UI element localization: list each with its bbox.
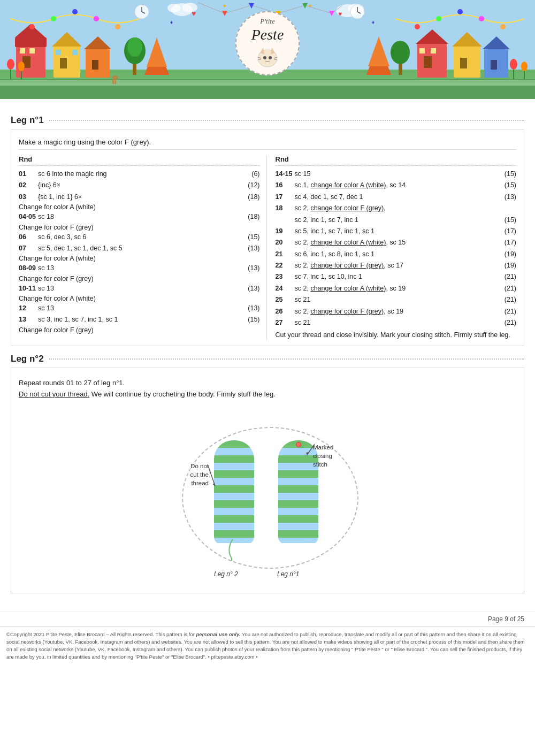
svg-point-88 xyxy=(269,56,272,59)
closing-text: Cut your thread and close invisibly. Mar… xyxy=(276,330,517,340)
row-count: (17) xyxy=(497,238,516,248)
table-row: 20 sc 2, change for color A (white), sc … xyxy=(276,238,517,248)
cat-face-icon xyxy=(255,43,280,69)
svg-rect-32 xyxy=(431,48,436,54)
leg2-pattern-box: Repeat rounds 01 to 27 of leg n°1. Do no… xyxy=(11,368,524,593)
row-number: 22 xyxy=(276,261,295,271)
svg-marker-86 xyxy=(271,48,275,54)
row-count: (13) xyxy=(497,192,516,202)
rnd-columns: Rnd 01 sc 6 into the magic ring (6) 02 {… xyxy=(19,155,516,340)
svg-point-62 xyxy=(7,59,14,70)
annotation-no-cut: Do notcut thethread xyxy=(160,462,209,487)
row-number: 20 xyxy=(276,238,295,248)
svg-point-68 xyxy=(521,62,528,71)
svg-rect-17 xyxy=(92,60,98,70)
svg-rect-4 xyxy=(16,43,45,78)
svg-text:✦: ✦ xyxy=(308,3,312,9)
row-desc: sc 5, inc 1, sc 7, inc 1, sc 1 xyxy=(295,226,498,236)
row-number: 12 xyxy=(19,303,38,314)
legs-illustration-area: Do notcut thethread Markedclosingstitch … xyxy=(19,411,516,582)
rnd-header-right: Rnd xyxy=(276,155,517,166)
svg-rect-75 xyxy=(0,81,535,83)
row-desc: sc 4, dec 1, sc 7, dec 1 xyxy=(295,192,498,202)
row-number: 07 xyxy=(19,243,38,254)
row-desc: sc 21 xyxy=(295,295,498,305)
annotation-marked: Markedclosingstitch xyxy=(313,443,366,469)
row-desc: sc 7, inc 1, sc 10, inc 1 xyxy=(295,272,498,282)
svg-rect-33 xyxy=(419,48,425,54)
marker-dot xyxy=(296,442,301,447)
row-desc: sc 6, dec 3, sc 6 xyxy=(38,232,241,242)
table-row: 27 sc 21 (21) xyxy=(276,318,517,328)
svg-text:✦: ✦ xyxy=(222,3,227,9)
svg-rect-77 xyxy=(112,80,114,84)
row-number: 18 xyxy=(276,203,295,213)
svg-point-28 xyxy=(115,24,120,29)
logo-text: P'tite Peste xyxy=(251,17,284,43)
row-count: (18) xyxy=(241,192,260,202)
table-row: 24 sc 2, change for color A (white), sc … xyxy=(276,284,517,294)
page-footer: Page 9 of 25 xyxy=(0,612,535,626)
color-change: Change for color A (white) xyxy=(19,203,260,211)
svg-point-46 xyxy=(436,16,441,21)
svg-point-24 xyxy=(29,24,35,29)
svg-point-52 xyxy=(167,4,180,12)
leg1-label: Leg n°1 xyxy=(277,570,300,578)
copyright-text: ©Copyright 2021 P'tite Peste, Elise Broc… xyxy=(6,631,525,660)
leg2-shape xyxy=(214,440,254,545)
svg-point-64 xyxy=(18,62,25,71)
color-change: Change for color F (grey) xyxy=(19,326,260,334)
svg-point-66 xyxy=(510,59,517,70)
table-row: sc 2, inc 1, sc 7, inc 1 (15) xyxy=(276,215,517,225)
svg-marker-85 xyxy=(260,48,264,54)
row-desc: sc 2, change for color A (white), sc 15 xyxy=(295,238,498,248)
svg-rect-29 xyxy=(417,43,447,78)
row-number: 24 xyxy=(276,284,295,294)
row-desc: sc 3, inc 1, sc 7, inc 1, sc 1 xyxy=(38,315,241,325)
row-desc: sc 2, change for color F (grey), sc 17 xyxy=(295,261,498,271)
table-row: 16 sc 1, change for color A (white), sc … xyxy=(276,180,517,190)
row-count: (21) xyxy=(497,284,516,294)
table-row: 23 sc 7, inc 1, sc 10, inc 1 (21) xyxy=(276,272,517,282)
row-number: 08-09 xyxy=(19,263,38,273)
arrow-no-cut xyxy=(208,464,217,491)
table-row: 21 sc 6, inc 1, sc 8, inc 1, sc 1 (19) xyxy=(276,249,517,259)
row-number: 02 xyxy=(19,180,38,190)
color-change: Change for color F (grey) xyxy=(19,224,260,231)
table-row: 25 sc 21 (21) xyxy=(276,295,517,305)
svg-point-41 xyxy=(391,41,410,64)
copyright-bold: personal use only. xyxy=(196,631,241,637)
leg1-intro: Make a magic ring using the color F (gre… xyxy=(19,135,516,150)
leg2-intro: Repeat rounds 01 to 27 of leg n°1. Do no… xyxy=(19,373,516,402)
row-count: (12) xyxy=(241,180,260,190)
row-number: 13 xyxy=(19,315,38,325)
svg-rect-8 xyxy=(29,48,35,54)
main-content: Leg n°1 Make a magic ring using the colo… xyxy=(0,99,535,606)
table-row: 26 sc 2, change for color F (grey), sc 1… xyxy=(276,307,517,317)
row-count: (21) xyxy=(497,307,516,317)
table-row: 12 sc 13 (13) xyxy=(19,303,260,314)
thread-svg xyxy=(225,539,241,561)
leg2-section-header: Leg n°2 xyxy=(11,354,524,364)
leg2-label: Leg n° 2 xyxy=(214,570,238,578)
row-desc: sc 2, change for color F (grey), sc 19 xyxy=(295,307,498,317)
table-row: 17 sc 4, dec 1, sc 7, dec 1 (13) xyxy=(276,192,517,202)
row-number: 06 xyxy=(19,232,38,242)
table-row: 01 sc 6 into the magic ring (6) xyxy=(19,169,260,179)
svg-point-47 xyxy=(457,9,463,14)
row-count: (15) xyxy=(241,232,260,242)
dot-line-2 xyxy=(49,358,524,360)
svg-line-93 xyxy=(208,464,215,486)
table-row: 07 sc 5, dec 1, sc 1, dec 1, sc 5 (13) xyxy=(19,243,260,254)
svg-rect-9 xyxy=(20,48,25,54)
header-banner: ♥ ♦ ♥ ♦ ✦ ✦ P'tite Peste xyxy=(0,0,535,99)
svg-point-25 xyxy=(51,16,56,21)
svg-point-45 xyxy=(415,24,420,29)
row-count: (13) xyxy=(241,243,260,254)
row-desc: sc 6, inc 1, sc 8, inc 1, sc 1 xyxy=(295,249,498,259)
row-number: 21 xyxy=(276,249,295,259)
row-desc: sc 6 into the magic ring xyxy=(38,169,241,179)
row-number: 10-11 xyxy=(19,284,38,294)
row-number: 19 xyxy=(276,226,295,236)
row-desc: sc 18 xyxy=(38,212,241,222)
